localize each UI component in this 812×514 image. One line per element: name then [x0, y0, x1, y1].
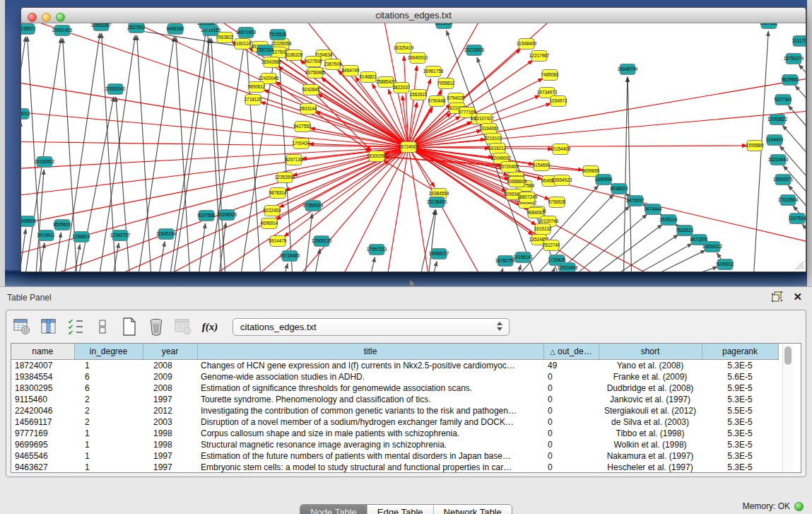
- new-table-icon[interactable]: [119, 317, 139, 337]
- network-node[interactable]: 14196141: [513, 252, 534, 263]
- network-node[interactable]: 9427552: [294, 122, 312, 132]
- network-node[interactable]: 8186328: [286, 50, 303, 61]
- network-node[interactable]: 1562615: [410, 90, 428, 100]
- network-node[interactable]: 10653287: [91, 23, 112, 31]
- network-node[interactable]: 17016504: [778, 195, 799, 206]
- network-node[interactable]: 18807249: [517, 192, 538, 203]
- network-node[interactable]: 2935114: [660, 215, 678, 226]
- network-node[interactable]: 16640910: [408, 53, 428, 64]
- table-row[interactable]: 946554611997Estimation of the future num…: [11, 450, 778, 462]
- network-node[interactable]: 18724007: [399, 142, 419, 153]
- table-selector-dropdown[interactable]: citations_edges.txt: [233, 318, 510, 336]
- column-header[interactable]: in_degree: [74, 344, 143, 359]
- network-node[interactable]: 19958107: [429, 249, 449, 259]
- function-builder-icon[interactable]: f(x): [200, 317, 220, 337]
- tab-network-table[interactable]: Network Table: [434, 505, 512, 514]
- network-node[interactable]: 9227343: [775, 95, 792, 105]
- show-columns-icon[interactable]: [39, 317, 59, 337]
- table-row[interactable]: 1872400712008Changes of HCN gene express…: [11, 359, 778, 371]
- network-node[interactable]: 1527602: [128, 23, 146, 33]
- network-node[interactable]: 15692971: [773, 175, 794, 185]
- network-node[interactable]: 20206526: [217, 210, 237, 221]
- network-node[interactable]: 7955812: [437, 78, 455, 89]
- network-node[interactable]: 15218506: [464, 45, 485, 56]
- network-node[interactable]: 16648794: [618, 64, 638, 75]
- network-node[interactable]: 8222453: [264, 206, 281, 216]
- network-node[interactable]: 1054973: [550, 96, 567, 107]
- column-header[interactable]: name: [11, 344, 74, 359]
- network-node[interactable]: 1999505: [21, 216, 36, 227]
- network-node[interactable]: 14671938: [236, 28, 257, 38]
- table-row[interactable]: 969969511998Structural magnetic resonanc…: [11, 439, 778, 450]
- network-node[interactable]: 10688609: [507, 177, 527, 187]
- float-panel-icon[interactable]: [772, 291, 783, 302]
- column-header[interactable]: pagerank: [702, 344, 778, 359]
- network-node[interactable]: 7632621: [676, 226, 694, 236]
- network-node[interactable]: 17359924: [303, 201, 324, 211]
- network-node[interactable]: 8267130: [286, 155, 303, 165]
- network-node[interactable]: 1156819: [73, 232, 90, 243]
- network-node[interactable]: 9790448: [428, 96, 446, 107]
- network-node[interactable]: 12342757: [110, 230, 131, 241]
- network-node[interactable]: 12353594: [275, 173, 295, 183]
- rows-icon[interactable]: [93, 317, 112, 337]
- memory-indicator[interactable]: [794, 502, 804, 511]
- network-node[interactable]: 1595889: [746, 141, 764, 151]
- table-row[interactable]: 1456911722003Disruption of a novel membe…: [11, 416, 778, 428]
- network-node[interactable]: 13654923: [552, 175, 572, 186]
- network-node[interactable]: 15720407: [499, 162, 519, 173]
- network-node[interactable]: 9474444: [645, 204, 662, 215]
- network-node[interactable]: 1167534: [789, 214, 806, 224]
- network-node[interactable]: 6479197: [627, 196, 645, 206]
- network-window[interactable]: citations_edges.txt 7663822 9160124 8912…: [20, 7, 806, 272]
- network-canvas[interactable]: 7663822 9160124 8912954 22226058 9327508…: [21, 23, 806, 271]
- network-node[interactable]: 2687682: [760, 23, 778, 29]
- network-node[interactable]: 6794028: [447, 93, 465, 104]
- column-header[interactable]: short: [599, 344, 702, 359]
- scrollbar-thumb[interactable]: [784, 346, 792, 365]
- tab-edge-table[interactable]: Edge Table: [367, 505, 434, 514]
- network-node[interactable]: 15135455: [427, 197, 447, 208]
- table-row[interactable]: 977716911998Corpus callosum shape and si…: [11, 428, 778, 439]
- network-node[interactable]: 6466160: [167, 24, 184, 35]
- network-node[interactable]: 16033809: [197, 23, 218, 29]
- zoom-window-button[interactable]: [56, 13, 65, 22]
- network-node[interactable]: 10654112: [702, 242, 722, 252]
- network-node[interactable]: 9829960: [782, 75, 799, 86]
- network-node[interactable]: 9397588: [198, 211, 216, 221]
- network-node[interactable]: 9146821: [360, 72, 377, 83]
- network-node[interactable]: 3216102: [485, 134, 502, 144]
- network-node[interactable]: 15716485: [280, 251, 300, 262]
- network-node[interactable]: 17957223: [367, 245, 387, 255]
- network-node[interactable]: 12923448: [558, 263, 578, 272]
- network-node[interactable]: 9160124: [234, 39, 252, 49]
- network-node[interactable]: 2367608: [324, 59, 342, 70]
- column-header[interactable]: year: [143, 344, 197, 359]
- network-node[interactable]: 9890612: [248, 82, 266, 93]
- network-node[interactable]: 6914479: [269, 236, 287, 247]
- network-node[interactable]: 7515526: [269, 30, 287, 40]
- network-node[interactable]: 13164061: [479, 124, 500, 134]
- network-node[interactable]: 9756928: [548, 197, 566, 208]
- network-node[interactable]: 2522740: [543, 240, 560, 251]
- network-node[interactable]: 3822037: [393, 83, 411, 93]
- network-node[interactable]: 20160502: [35, 157, 55, 168]
- network-node[interactable]: 8813054: [435, 23, 453, 29]
- network-node[interactable]: 9154690: [533, 160, 551, 171]
- network-node[interactable]: 1700434: [293, 139, 310, 149]
- network-node[interactable]: 11548409: [517, 39, 536, 49]
- delete-table-icon[interactable]: [146, 317, 166, 337]
- network-node[interactable]: 18300295: [367, 151, 387, 162]
- network-node[interactable]: 9245012: [717, 259, 734, 270]
- network-node[interactable]: 8505610: [54, 220, 71, 230]
- close-window-button[interactable]: [28, 13, 37, 22]
- network-node[interactable]: 7357224: [257, 45, 274, 56]
- table-row[interactable]: 1830029562008Estimation of significance …: [11, 382, 778, 394]
- network-node[interactable]: 20053340: [105, 84, 126, 95]
- network-node[interactable]: 9878314: [269, 188, 287, 199]
- network-node[interactable]: 12093822: [767, 115, 788, 125]
- network-node[interactable]: 1111704: [792, 36, 806, 47]
- network-node[interactable]: 1615132: [534, 224, 552, 235]
- network-node[interactable]: 16961758: [423, 66, 444, 77]
- tab-node-table[interactable]: Node Table: [300, 505, 367, 514]
